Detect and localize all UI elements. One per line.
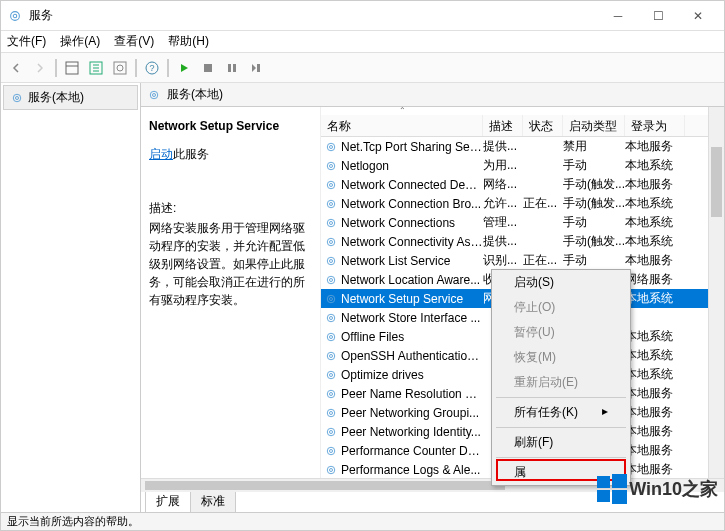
col-logon[interactable]: 登录为 (625, 115, 685, 136)
svg-point-36 (330, 316, 333, 319)
col-startup[interactable]: 启动类型 (563, 115, 625, 136)
ctx-alltasks[interactable]: 所有任务(K)▸ (492, 400, 630, 425)
gear-icon (323, 217, 339, 229)
start-service-button[interactable] (173, 57, 195, 79)
list-pane: 服务(本地) Network Setup Service 启动此服务 描述: 网… (141, 83, 724, 512)
service-row[interactable]: Network Connectivity Ass...提供...手动(触发...… (321, 232, 708, 251)
cell-startup: 手动(触发... (563, 176, 625, 193)
service-row[interactable]: Netlogon为用...手动本地系统 (321, 156, 708, 175)
cell-name: OpenSSH Authentication ... (339, 349, 483, 363)
service-row[interactable]: Network List Service识别...正在...手动本地服务 (321, 251, 708, 270)
detail-service-name: Network Setup Service (149, 117, 312, 135)
tree-item-services-local[interactable]: 服务(本地) (3, 85, 138, 110)
export-button[interactable] (85, 57, 107, 79)
maximize-button[interactable]: ☐ (638, 2, 678, 30)
svg-point-27 (327, 238, 335, 246)
col-desc[interactable]: 描述 (483, 115, 523, 136)
separator (167, 59, 169, 77)
menu-action[interactable]: 操作(A) (60, 33, 100, 50)
gear-icon (323, 141, 339, 153)
gear-icon (323, 160, 339, 172)
ctx-stop[interactable]: 停止(O) (492, 295, 630, 320)
window-controls: ─ ☐ ✕ (598, 2, 718, 30)
service-row[interactable]: Network Connections管理...手动本地系统 (321, 213, 708, 232)
cell-name: Net.Tcp Port Sharing Ser... (339, 140, 483, 154)
ctx-refresh[interactable]: 刷新(F) (492, 430, 630, 455)
col-status[interactable]: 状态 (523, 115, 563, 136)
svg-rect-9 (204, 64, 212, 72)
svg-rect-58 (612, 474, 627, 488)
cell-name: Network Connection Bro... (339, 197, 483, 211)
svg-point-37 (327, 333, 335, 341)
scrollbar-thumb[interactable] (711, 147, 722, 217)
gear-icon (323, 179, 339, 191)
svg-point-24 (330, 202, 333, 205)
svg-point-41 (327, 371, 335, 379)
menubar: 文件(F) 操作(A) 查看(V) 帮助(H) (1, 31, 724, 53)
gear-icon (147, 89, 161, 101)
refresh-button[interactable] (109, 57, 131, 79)
svg-point-13 (13, 94, 21, 102)
svg-point-26 (330, 221, 333, 224)
ctx-pause[interactable]: 暂停(U) (492, 320, 630, 345)
show-hide-tree-button[interactable] (61, 57, 83, 79)
service-row[interactable]: Net.Tcp Port Sharing Ser...提供...禁用本地服务 (321, 137, 708, 156)
gear-icon (323, 388, 339, 400)
back-button[interactable] (5, 57, 27, 79)
svg-point-38 (330, 335, 333, 338)
toolbar: ? (1, 53, 724, 83)
svg-rect-2 (66, 62, 78, 74)
ctx-resume[interactable]: 恢复(M) (492, 345, 630, 370)
svg-point-46 (330, 411, 333, 414)
svg-point-19 (327, 162, 335, 170)
svg-point-30 (330, 259, 333, 262)
col-name[interactable]: 名称 (321, 115, 483, 136)
svg-point-22 (330, 183, 333, 186)
cell-name: Network Connections (339, 216, 483, 230)
ctx-start[interactable]: 启动(S) (492, 270, 630, 295)
cell-name: Network List Service (339, 254, 483, 268)
cell-name: Peer Name Resolution Pr... (339, 387, 483, 401)
cell-name: Network Connectivity Ass... (339, 235, 483, 249)
tree-item-label: 服务(本地) (28, 89, 84, 106)
scrollbar-thumb[interactable] (145, 481, 505, 490)
detail-desc-text: 网络安装服务用于管理网络驱动程序的安装，并允许配置低级别网络设置。如果停止此服务… (149, 219, 312, 309)
cell-logon: 本地服务 (625, 385, 685, 402)
help-button[interactable]: ? (141, 57, 163, 79)
vertical-scrollbar[interactable] (708, 107, 724, 490)
cell-logon: 本地服务 (625, 252, 685, 269)
cell-name: Performance Counter DL... (339, 444, 483, 458)
gear-icon (10, 91, 24, 105)
ctx-restart[interactable]: 重新启动(E) (492, 370, 630, 395)
cell-desc: 允许... (483, 195, 523, 212)
cell-logon: 本地系统 (625, 328, 685, 345)
service-row[interactable]: Network Connection Bro...允许...正在...手动(触发… (321, 194, 708, 213)
detail-start-line: 启动此服务 (149, 145, 312, 181)
pause-service-button[interactable] (221, 57, 243, 79)
stop-service-button[interactable] (197, 57, 219, 79)
menu-help[interactable]: 帮助(H) (168, 33, 209, 50)
start-link[interactable]: 启动 (149, 145, 173, 163)
cell-name: Network Connected Devi... (339, 178, 483, 192)
tab-extended[interactable]: 扩展 (145, 490, 191, 512)
svg-point-23 (327, 200, 335, 208)
gear-icon (323, 331, 339, 343)
svg-point-34 (330, 297, 333, 300)
svg-point-21 (327, 181, 335, 189)
cell-name: Peer Networking Groupi... (339, 406, 483, 420)
forward-button[interactable] (29, 57, 51, 79)
cell-name: Network Setup Service (339, 292, 483, 306)
svg-point-28 (330, 240, 333, 243)
cell-logon: 本地系统 (625, 290, 685, 307)
minimize-button[interactable]: ─ (598, 2, 638, 30)
cell-name: Netlogon (339, 159, 483, 173)
service-row[interactable]: Network Connected Devi...网络...手动(触发...本地… (321, 175, 708, 194)
cell-name: Network Store Interface ... (339, 311, 483, 325)
tab-standard[interactable]: 标准 (190, 490, 236, 512)
menu-file[interactable]: 文件(F) (7, 33, 46, 50)
restart-service-button[interactable] (245, 57, 267, 79)
svg-point-18 (330, 145, 333, 148)
menu-view[interactable]: 查看(V) (114, 33, 154, 50)
gear-icon (323, 426, 339, 438)
close-button[interactable]: ✕ (678, 2, 718, 30)
